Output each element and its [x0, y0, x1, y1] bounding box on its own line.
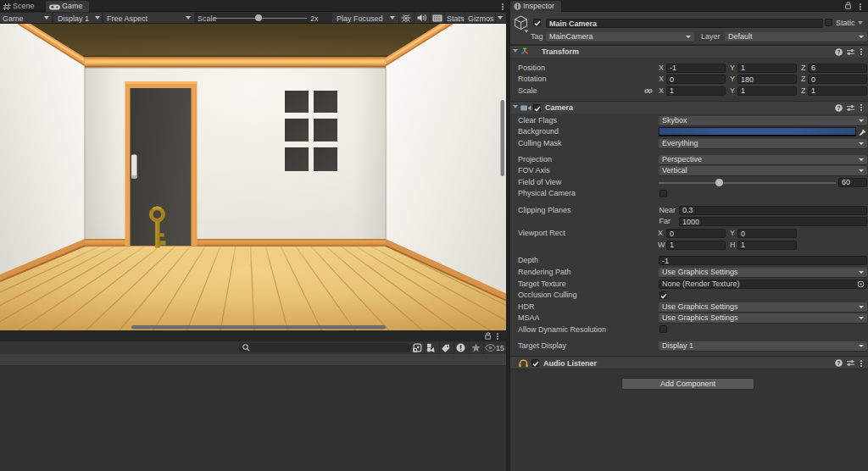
svg-text:?: ? [837, 48, 841, 54]
svg-text:?: ? [837, 360, 841, 366]
svg-text:?: ? [837, 104, 841, 110]
